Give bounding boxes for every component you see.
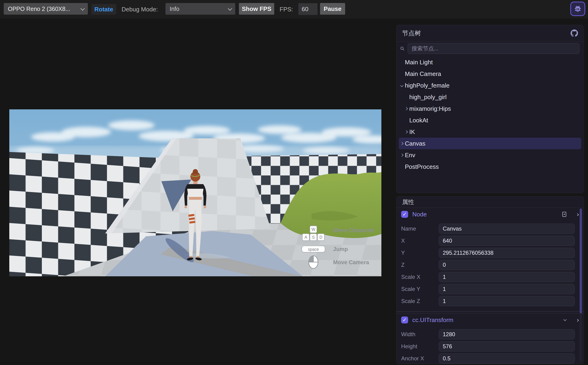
prop-row-scale-y: Scale Y <box>396 283 584 295</box>
tree-item-high-poly-girl[interactable]: high_poly_girl <box>399 91 581 103</box>
show-fps-button[interactable]: Show FPS <box>239 3 274 15</box>
svg-text:space: space <box>308 247 319 252</box>
rotate-button[interactable]: Rotate <box>91 4 116 15</box>
debug-bug-button[interactable] <box>570 2 585 16</box>
prop-row-y: Y <box>396 247 584 259</box>
debug-toolbar: OPPO Reno 2 (360X8... Rotate Debug Mode:… <box>0 0 588 19</box>
svg-text:A: A <box>304 235 307 240</box>
component-title: Node <box>412 211 427 218</box>
chevron-down-icon[interactable] <box>400 84 403 87</box>
uitransform-property-rows: Width Height Anchor X <box>396 326 584 364</box>
device-select[interactable]: OPPO Reno 2 (360X8... <box>4 3 88 15</box>
prop-input-name[interactable] <box>439 224 575 234</box>
chevron-right-icon[interactable] <box>405 130 408 133</box>
tree-item-lookat[interactable]: LookAt <box>399 114 581 126</box>
prop-input-x[interactable] <box>439 236 575 246</box>
scrollbar-thumb[interactable] <box>580 209 582 313</box>
prop-input-scale-y[interactable] <box>439 284 575 294</box>
svg-text:W: W <box>311 227 316 232</box>
tree-item-main-camera[interactable]: Main Camera <box>399 68 581 80</box>
prop-input-width[interactable] <box>439 329 575 339</box>
chevron-down-icon <box>228 6 232 10</box>
properties-title: 属性 <box>396 197 584 208</box>
component-enabled-checkbox[interactable]: ✓ <box>401 211 408 218</box>
prop-row-scale-x: Scale X <box>396 271 584 283</box>
prop-input-anchor-x[interactable] <box>439 353 575 364</box>
hint-jump: Jump <box>333 246 348 252</box>
tree-item-postprocess[interactable]: PostProcess <box>399 161 581 173</box>
device-select-value: OPPO Reno 2 (360X8... <box>8 6 70 12</box>
screen-icon[interactable] <box>562 211 566 217</box>
tree-item-main-light[interactable]: Main Light <box>399 56 581 68</box>
debug-mode-select[interactable]: Info <box>165 3 235 15</box>
hint-move-character: Move Character <box>333 227 374 233</box>
tree-item-canvas[interactable]: Canvas <box>399 138 581 149</box>
component-enabled-checkbox[interactable]: ✓ <box>401 316 408 323</box>
tree-item-env[interactable]: Env <box>399 149 581 161</box>
prop-input-scale-z[interactable] <box>439 296 575 306</box>
debug-mode-label: Debug Mode: <box>122 0 158 19</box>
search-input[interactable] <box>408 43 579 54</box>
pause-button[interactable]: Pause <box>320 3 345 15</box>
component-title: cc.UITransform <box>412 316 453 324</box>
tree-item-mixamorig-hips[interactable]: mixamorig:Hips <box>399 103 581 114</box>
component-header-uitransform: ✓ cc.UITransform › <box>396 313 584 326</box>
node-tree-list: Main Light Main Camera highPoly_female h… <box>396 56 584 173</box>
node-property-rows: Name X Y Z Scale X Scale Y Scale Z <box>396 221 584 309</box>
scrollbar[interactable] <box>580 209 582 362</box>
node-tree-title: 节点树 <box>402 29 421 37</box>
chevron-right-icon[interactable] <box>400 142 403 145</box>
prop-row-height: Height <box>396 340 584 352</box>
prop-input-z[interactable] <box>439 260 575 270</box>
properties-panel: 属性 ✓ Node › Name X Y Z Scale X <box>396 196 584 364</box>
prop-row-z: Z <box>396 259 584 271</box>
prop-row-anchor-x: Anchor X <box>396 352 584 364</box>
node-tree-panel: 节点树 Main Light Main Camera highPoly_fema… <box>396 25 584 193</box>
mouse-icon <box>309 256 318 268</box>
game-viewport[interactable]: W A S D space Move Character Jump Move C… <box>9 109 381 276</box>
prop-input-y[interactable] <box>439 248 575 258</box>
component-header-node: ✓ Node › <box>396 208 584 221</box>
prop-input-scale-x[interactable] <box>439 272 575 282</box>
prop-row-x: X <box>396 235 584 247</box>
bug-icon <box>573 4 582 14</box>
fps-label: FPS: <box>280 0 293 19</box>
hint-move-camera: Move Camera <box>333 259 369 265</box>
fps-input[interactable] <box>298 3 318 15</box>
section-divider <box>396 311 584 313</box>
prop-row-width: Width <box>396 328 584 340</box>
debug-mode-value: Info <box>170 6 179 12</box>
chevron-right-icon[interactable] <box>405 107 408 110</box>
chevron-right-icon[interactable]: › <box>577 211 579 218</box>
chevron-right-icon[interactable] <box>400 154 403 157</box>
tree-item-highpoly-female[interactable]: highPoly_female <box>399 80 581 91</box>
tree-item-ik[interactable]: IK <box>399 126 581 138</box>
chevron-right-icon[interactable]: › <box>577 316 579 324</box>
search-icon <box>400 46 405 51</box>
prop-input-height[interactable] <box>439 341 575 351</box>
github-icon[interactable] <box>571 29 578 37</box>
svg-text:D: D <box>320 235 323 240</box>
chevron-down-icon <box>80 6 85 10</box>
prop-row-name: Name <box>396 223 584 235</box>
prop-row-scale-z: Scale Z <box>396 295 584 307</box>
svg-text:S: S <box>312 235 315 240</box>
chevron-down-icon[interactable] <box>563 319 566 321</box>
